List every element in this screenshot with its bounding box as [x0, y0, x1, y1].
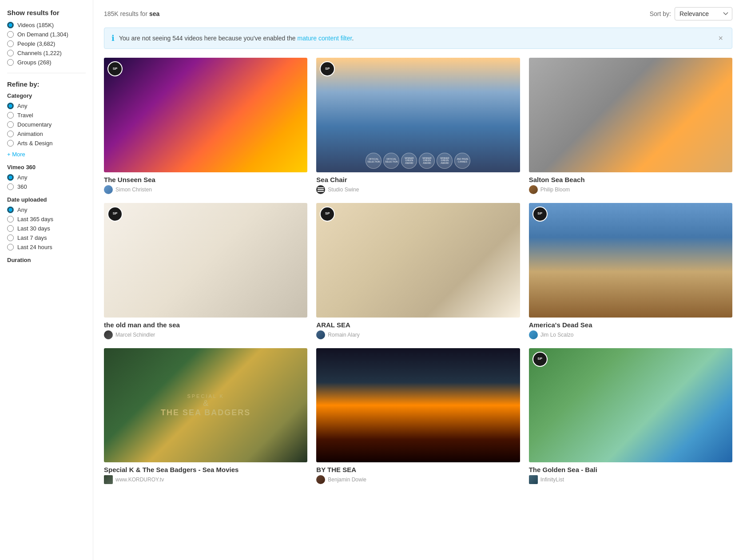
- filter-on-demand[interactable]: On Demand (1,304): [7, 31, 86, 38]
- video-card-aral-sea[interactable]: SP ARAL SEA Romain Alary: [316, 203, 520, 339]
- filter-videos-label[interactable]: Videos (185K): [17, 22, 54, 28]
- author-name-jim[interactable]: Jim Lo Scalzo: [540, 332, 574, 338]
- video-thumbnail-unseen-sea[interactable]: SP: [104, 58, 307, 172]
- video-thumbnail-sea-badgers[interactable]: SPECIAL K & THE SEA BADGERS: [104, 348, 307, 463]
- v360-any[interactable]: Any: [7, 174, 86, 181]
- award-badge-2: OFFICIAL SELECTION: [383, 153, 399, 169]
- staff-pick-badge-golden-sea: SP: [532, 352, 548, 367]
- staff-pick-badge-sea-chair: SP: [320, 61, 335, 76]
- banner-text: You are not seeing 544 videos here becau…: [119, 35, 354, 42]
- date-7-label[interactable]: Last 7 days: [17, 234, 47, 241]
- cat-arts-design-label[interactable]: Arts & Design: [17, 140, 52, 147]
- cat-documentary-label[interactable]: Documentary: [17, 121, 52, 128]
- video-thumbnail-aral[interactable]: SP: [316, 203, 520, 318]
- author-name-benjamin[interactable]: Benjamin Dowie: [328, 477, 366, 483]
- author-name-infinity[interactable]: InfinityList: [540, 477, 564, 483]
- sidebar: Show results for Videos (185K) On Demand…: [0, 0, 93, 560]
- video-card-by-the-sea[interactable]: BY THE SEA Benjamin Dowie: [316, 348, 520, 485]
- author-avatar-korduroy: [104, 475, 113, 484]
- author-name-korduroy[interactable]: www.KORDUROY.tv: [115, 477, 164, 483]
- video-title-aral[interactable]: ARAL SEA: [316, 321, 520, 329]
- author-name-marcel[interactable]: Marcel Schindler: [115, 332, 155, 338]
- video-title-by-the-sea[interactable]: BY THE SEA: [316, 466, 520, 473]
- author-avatar-simon: [104, 185, 113, 194]
- filter-groups[interactable]: Groups (268): [7, 59, 86, 66]
- video-author-dead-sea: Jim Lo Scalzo: [529, 330, 732, 339]
- video-thumbnail-by-the-sea[interactable]: [316, 348, 520, 463]
- video-thumbnail-salton[interactable]: [529, 58, 732, 172]
- author-name-philip-bloom[interactable]: Philip Bloom: [540, 187, 570, 193]
- cat-travel[interactable]: Travel: [7, 112, 86, 119]
- video-card-unseen-sea[interactable]: SP The Unseen Sea Simon Christen: [104, 58, 307, 194]
- date-any-label[interactable]: Any: [17, 207, 27, 213]
- v360-any-label[interactable]: Any: [17, 174, 27, 181]
- video-author-aral: Romain Alary: [316, 330, 520, 339]
- more-categories-link[interactable]: + More: [7, 151, 25, 158]
- video-title-sea-badgers[interactable]: Special K & The Sea Badgers - Sea Movies: [104, 466, 307, 473]
- filter-people-label[interactable]: People (3,682): [17, 40, 55, 47]
- v360-360-label[interactable]: 360: [17, 183, 27, 190]
- sort-row: Sort by: Relevance Upload Date Likes Com…: [650, 7, 732, 20]
- video-title-sea-chair[interactable]: Sea Chair: [316, 176, 520, 183]
- video-card-old-man-sea[interactable]: SP the old man and the sea Marcel Schind…: [104, 203, 307, 339]
- video-thumbnail-dead-sea[interactable]: SP: [529, 203, 732, 318]
- filter-groups-count: (268): [38, 59, 51, 66]
- filter-videos[interactable]: Videos (185K): [7, 22, 86, 28]
- author-name-simon[interactable]: Simon Christen: [115, 187, 152, 193]
- mature-content-filter-link[interactable]: mature content filter: [297, 35, 352, 42]
- video-title-unseen-sea[interactable]: The Unseen Sea: [104, 176, 307, 183]
- video-title-salton[interactable]: Salton Sea Beach: [529, 176, 732, 183]
- sort-label: Sort by:: [650, 10, 671, 17]
- author-avatar-benjamin: [316, 475, 325, 484]
- video-title-dead-sea[interactable]: America's Dead Sea: [529, 321, 732, 329]
- special-k-top-text: SPECIAL K: [187, 393, 224, 399]
- filter-on-demand-label[interactable]: On Demand (1,304): [17, 31, 68, 38]
- filter-channels[interactable]: Channels (1,222): [7, 50, 86, 56]
- video-thumbnail-sea-chair[interactable]: SP OFFICIAL SELECTION OFFICIAL SELECTION…: [316, 58, 520, 172]
- date-30[interactable]: Last 30 days: [7, 225, 86, 232]
- video-thumbnail-old-man[interactable]: SP: [104, 203, 307, 318]
- filter-people[interactable]: People (3,682): [7, 40, 86, 47]
- staff-pick-badge-aral: SP: [320, 207, 335, 222]
- date-title: Date uploaded: [7, 196, 86, 203]
- staff-pick-badge-dead-sea: SP: [532, 207, 548, 222]
- filter-channels-label[interactable]: Channels (1,222): [17, 50, 62, 56]
- date-7[interactable]: Last 7 days: [7, 234, 86, 241]
- cat-animation-label[interactable]: Animation: [17, 131, 43, 137]
- video-author-golden-sea: InfinityList: [529, 475, 732, 484]
- date-any[interactable]: Any: [7, 207, 86, 213]
- show-results-title: Show results for: [7, 9, 86, 16]
- award-badge-5: WINNER GREEN AWARD: [437, 153, 453, 169]
- cat-arts-design[interactable]: Arts & Design: [7, 140, 86, 147]
- video-author-by-the-sea: Benjamin Dowie: [316, 475, 520, 484]
- video-card-dead-sea[interactable]: SP America's Dead Sea Jim Lo Scalzo: [529, 203, 732, 339]
- cat-animation[interactable]: Animation: [7, 131, 86, 137]
- date-24-label[interactable]: Last 24 hours: [17, 244, 52, 250]
- video-card-sea-badgers[interactable]: SPECIAL K & THE SEA BADGERS Special K & …: [104, 348, 307, 485]
- award-badge-1: OFFICIAL SELECTION: [366, 153, 381, 169]
- video-author-salton: Philip Bloom: [529, 185, 732, 194]
- cat-documentary[interactable]: Documentary: [7, 121, 86, 128]
- filter-groups-label[interactable]: Groups (268): [17, 59, 52, 66]
- results-count-text: 185K results for: [104, 10, 149, 17]
- banner-close-button[interactable]: ×: [716, 34, 725, 42]
- video-thumbnail-golden-sea[interactable]: SP: [529, 348, 732, 463]
- date-365[interactable]: Last 365 days: [7, 216, 86, 222]
- sort-select[interactable]: Relevance Upload Date Likes Comments Dur…: [675, 7, 732, 20]
- author-name-romain[interactable]: Romain Alary: [328, 332, 359, 338]
- video-card-sea-chair[interactable]: SP OFFICIAL SELECTION OFFICIAL SELECTION…: [316, 58, 520, 194]
- v360-360[interactable]: 360: [7, 183, 86, 190]
- video-card-golden-sea[interactable]: SP The Golden Sea - Bali InfinityList: [529, 348, 732, 485]
- video-card-salton-sea[interactable]: Salton Sea Beach Philip Bloom: [529, 58, 732, 194]
- video-author-unseen-sea: Simon Christen: [104, 185, 307, 194]
- cat-any[interactable]: Any: [7, 103, 86, 109]
- results-summary: 185K results for sea: [104, 10, 159, 17]
- video-title-golden-sea[interactable]: The Golden Sea - Bali: [529, 466, 732, 473]
- cat-any-label[interactable]: Any: [17, 103, 27, 109]
- video-title-old-man[interactable]: the old man and the sea: [104, 321, 307, 329]
- date-30-label[interactable]: Last 30 days: [17, 225, 50, 232]
- cat-travel-label[interactable]: Travel: [17, 112, 33, 119]
- date-365-label[interactable]: Last 365 days: [17, 216, 53, 222]
- date-24[interactable]: Last 24 hours: [7, 244, 86, 250]
- author-name-studio-swine[interactable]: Studio Swine: [328, 187, 359, 193]
